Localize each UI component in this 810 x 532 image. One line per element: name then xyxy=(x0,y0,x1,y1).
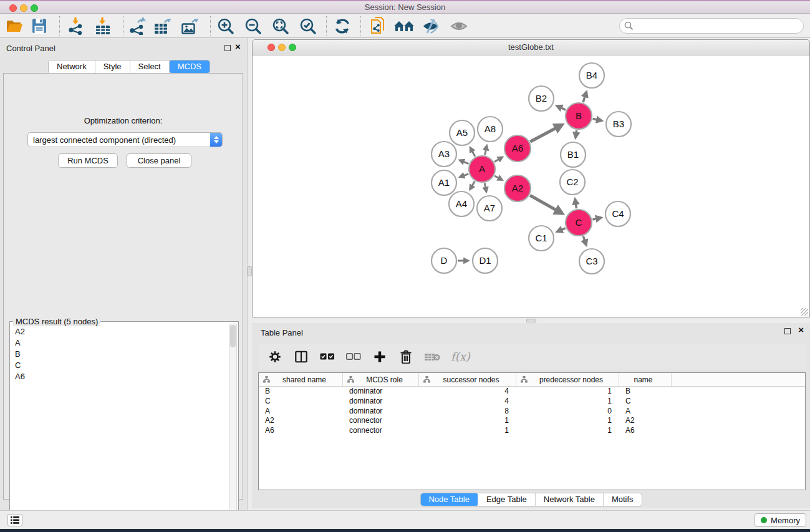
zoom-in-button[interactable] xyxy=(216,16,236,36)
column-header-shared-name[interactable]: shared name xyxy=(259,373,343,386)
edge-B-B1[interactable] xyxy=(576,130,577,138)
cell-successor-nodes[interactable]: 4 xyxy=(419,397,516,407)
cell-successor-nodes[interactable]: 1 xyxy=(419,426,516,436)
cell-successor-nodes[interactable]: 1 xyxy=(419,416,516,426)
search-box[interactable] xyxy=(619,18,804,34)
export-table-button[interactable] xyxy=(153,16,173,36)
cell-predecessor-nodes[interactable]: 1 xyxy=(516,397,619,407)
mcds-result-item[interactable]: A2 xyxy=(10,326,229,337)
close-panel-icon[interactable]: × xyxy=(235,41,241,52)
open-session-button[interactable] xyxy=(4,16,24,36)
tab-mcds[interactable]: MCDS xyxy=(170,60,210,73)
column-header-name[interactable]: name xyxy=(619,373,672,386)
column-header-predecessor-nodes[interactable]: predecessor nodes xyxy=(516,373,619,386)
network-zoom-button[interactable] xyxy=(289,44,296,51)
mcds-result-item[interactable]: A xyxy=(10,337,229,348)
edge-B-B2[interactable] xyxy=(557,106,566,110)
cell-MCDS-role[interactable]: connector xyxy=(343,426,419,436)
cell-predecessor-nodes[interactable]: 0 xyxy=(516,407,619,417)
network-graph[interactable]: AA1A2A3A4A5A6A7A8BB1B2B3B4CC1C2C3C4DD1 xyxy=(253,56,809,317)
delete-column-button[interactable] xyxy=(397,348,415,365)
app-close-button[interactable] xyxy=(9,4,17,12)
cell-shared-name[interactable]: A xyxy=(259,407,343,417)
cell-predecessor-nodes[interactable]: 1 xyxy=(516,426,619,436)
table-row[interactable]: Bdominator41B xyxy=(259,387,805,397)
cell-MCDS-role[interactable]: dominator xyxy=(343,407,419,417)
cell-predecessor-nodes[interactable]: 1 xyxy=(516,387,619,397)
edge-A6-B[interactable] xyxy=(530,125,562,142)
tab-network-table[interactable]: Network Table xyxy=(536,493,604,506)
cell-MCDS-role[interactable]: dominator xyxy=(343,387,419,397)
create-column-button[interactable] xyxy=(371,348,388,365)
tab-edge-table[interactable]: Edge Table xyxy=(478,493,536,506)
divider-grip[interactable] xyxy=(248,266,252,276)
app-minimize-button[interactable] xyxy=(20,4,27,12)
criterion-select[interactable]: largest connected component (directed) xyxy=(27,132,223,147)
window-resize-grip[interactable] xyxy=(801,308,808,316)
import-table-button[interactable] xyxy=(93,16,113,36)
show-columns-button[interactable] xyxy=(292,348,310,365)
edge-A2-C[interactable] xyxy=(530,195,562,213)
show-graphics-button[interactable] xyxy=(449,16,469,36)
tab-node-table[interactable]: Node Table xyxy=(420,493,478,506)
tab-select[interactable]: Select xyxy=(130,60,170,73)
edge-C-C3[interactable] xyxy=(583,236,586,245)
tab-style[interactable]: Style xyxy=(95,60,130,73)
cell-MCDS-role[interactable]: dominator xyxy=(343,397,419,407)
edge-B-B4[interactable] xyxy=(583,92,586,103)
cell-shared-name[interactable]: A6 xyxy=(259,426,343,436)
app-zoom-button[interactable] xyxy=(31,4,38,12)
table-row[interactable]: A2connector11A2 xyxy=(259,416,805,426)
mcds-result-item[interactable]: B xyxy=(10,348,229,359)
homes-button[interactable] xyxy=(394,16,414,36)
edge-A-A3[interactable] xyxy=(460,160,468,164)
deselect-all-button[interactable] xyxy=(345,348,362,365)
cell-successor-nodes[interactable]: 8 xyxy=(419,407,516,417)
save-session-button[interactable] xyxy=(29,16,49,36)
cell-name[interactable]: A6 xyxy=(619,426,672,436)
edge-B-B3[interactable] xyxy=(593,119,602,121)
table-row[interactable]: Cdominator41C xyxy=(259,397,805,407)
zoom-out-button[interactable] xyxy=(243,16,263,36)
cell-name[interactable]: B xyxy=(619,387,672,397)
import-network-button[interactable] xyxy=(65,16,85,36)
cell-shared-name[interactable]: A2 xyxy=(259,416,343,426)
edge-A-A6[interactable] xyxy=(494,157,503,162)
network-close-button[interactable] xyxy=(268,44,275,51)
cell-successor-nodes[interactable]: 4 xyxy=(419,387,516,397)
network-canvas[interactable]: AA1A2A3A4A5A6A7A8BB1B2B3B4CC1C2C3C4DD1 xyxy=(253,56,809,317)
network-minimize-button[interactable] xyxy=(278,44,286,51)
float-panel-icon[interactable] xyxy=(224,45,231,51)
network-file-button[interactable] xyxy=(369,16,388,36)
panel-divider-horizontal[interactable] xyxy=(252,317,810,323)
table-row[interactable]: A6connector11A6 xyxy=(259,426,805,436)
edge-C-C4[interactable] xyxy=(592,218,600,220)
close-table-panel-icon[interactable]: × xyxy=(798,324,804,336)
search-input[interactable] xyxy=(636,21,803,31)
edge-C-C2[interactable] xyxy=(575,200,576,209)
edge-A-A4[interactable] xyxy=(470,181,475,190)
zoom-fit-button[interactable] xyxy=(271,16,291,36)
edge-A-A7[interactable] xyxy=(485,183,486,192)
zoom-selected-button[interactable] xyxy=(298,16,318,36)
panel-divider-vertical[interactable] xyxy=(247,38,252,510)
edge-C-C1[interactable] xyxy=(557,228,566,231)
task-history-button[interactable] xyxy=(7,514,22,526)
divider-grip[interactable] xyxy=(526,319,536,322)
cell-name[interactable]: A xyxy=(619,407,672,417)
edge-A-A5[interactable] xyxy=(470,148,475,157)
memory-button[interactable]: Memory xyxy=(755,513,806,527)
mcds-result-list[interactable]: A2ABCA6 xyxy=(10,326,229,382)
cell-name[interactable]: A2 xyxy=(619,416,672,426)
export-image-button[interactable] xyxy=(180,16,200,36)
column-header-MCDS-role[interactable]: MCDS role xyxy=(343,373,419,386)
column-settings-button[interactable] xyxy=(266,348,284,365)
refresh-view-button[interactable] xyxy=(332,16,352,36)
cell-name[interactable]: C xyxy=(619,397,672,407)
cell-shared-name[interactable]: B xyxy=(259,387,343,397)
close-panel-button[interactable]: Close panel xyxy=(127,153,191,168)
tab-motifs[interactable]: Motifs xyxy=(604,493,642,506)
mcds-result-scrollbar[interactable] xyxy=(229,324,237,530)
run-mcds-button[interactable]: Run MCDS xyxy=(58,153,118,168)
edge-A-A1[interactable] xyxy=(460,174,469,177)
